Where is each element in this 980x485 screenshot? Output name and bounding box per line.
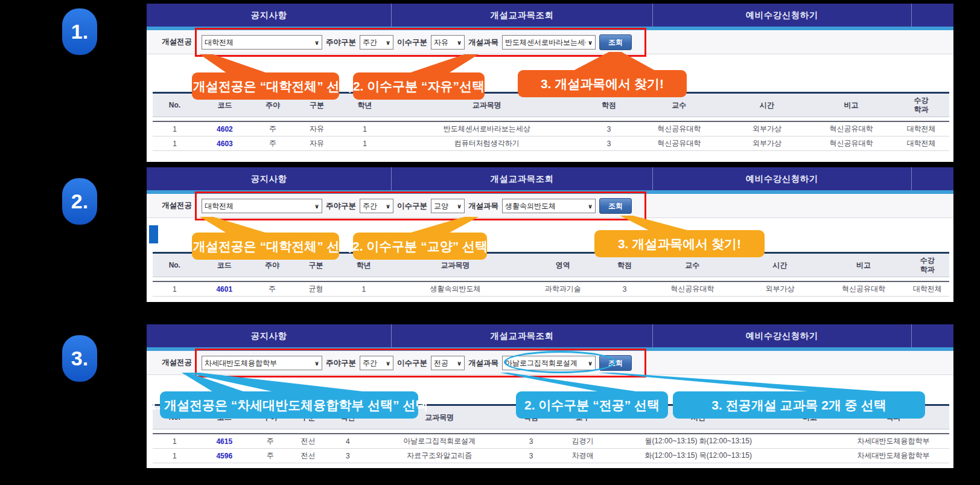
daynight-select[interactable]: 주간∨ xyxy=(360,356,393,370)
nav-stub xyxy=(911,324,953,347)
filter-label-major: 개설전공 xyxy=(162,351,192,374)
callout-tail xyxy=(407,54,479,73)
daynight-select-value: 주간 xyxy=(363,201,377,211)
callout-tail xyxy=(598,373,900,393)
search-button[interactable]: 조회 xyxy=(599,34,632,50)
course-code-link[interactable]: 4601 xyxy=(197,281,252,297)
course-type-select-value: 전공 xyxy=(434,358,448,368)
chevron-down-icon: ∨ xyxy=(457,203,462,210)
subject-select[interactable]: 아날로그집적회로설계∨ xyxy=(502,356,596,370)
chevron-down-icon: ∨ xyxy=(386,360,390,367)
portal-nav-bar: 공지사항개설교과목조회예비수강신청하기 xyxy=(147,324,953,347)
table-cell: 3 xyxy=(603,281,647,297)
table-cell: 자유 xyxy=(293,121,341,137)
table-cell: 1 xyxy=(153,121,197,137)
table-cell xyxy=(782,449,838,463)
search-button[interactable]: 조회 xyxy=(599,355,632,371)
chevron-down-icon: ∨ xyxy=(457,360,462,367)
daynight-select[interactable]: 주간∨ xyxy=(360,199,393,213)
table-cell: 생활속의반도체 xyxy=(387,281,523,297)
filter-label-subject: 개설과목 xyxy=(468,201,498,211)
table-row: 14603주자유1컴퓨터처럼생각하기3혁신공유대학외부가상혁신공유대학대학전체 xyxy=(153,137,949,151)
instruction-callout-2: 2. 이수구분 “전공” 선택 xyxy=(516,391,668,419)
chevron-down-icon: ∨ xyxy=(314,39,319,46)
daynight-select[interactable]: 주간∨ xyxy=(360,35,393,50)
course-code-link[interactable]: 4596 xyxy=(197,449,252,463)
table-row: 14596주전선3자료구조와알고리즘3차경애화(12:00~13:15) 목(1… xyxy=(153,449,949,463)
column-header: 비고 xyxy=(822,253,906,277)
nav-tab-2[interactable]: 개설교과목조회 xyxy=(391,4,652,27)
table-cell: 1 xyxy=(153,137,197,151)
course-search-panel-3: 공지사항개설교과목조회예비수강신청하기개설전공차세대반도체융합학부∨주야구분주간… xyxy=(147,324,953,468)
table-cell: 1 xyxy=(341,121,389,137)
chevron-down-icon: ∨ xyxy=(588,203,593,210)
table-cell: 외부가상 xyxy=(738,281,822,297)
table-cell: 혁신공유대학 xyxy=(822,281,906,297)
major-select[interactable]: 대학전체∨ xyxy=(202,35,322,50)
portal-nav-bar: 공지사항개설교과목조회예비수강신청하기 xyxy=(147,167,953,190)
table-cell: 외부가상 xyxy=(725,137,809,151)
column-header: 시간 xyxy=(725,93,809,117)
nav-tab-1[interactable]: 공지사항 xyxy=(147,4,391,27)
table-cell: 1 xyxy=(340,281,387,297)
table-cell: 반도체센서로바라보는세상 xyxy=(389,121,585,137)
nav-tab-1[interactable]: 공지사항 xyxy=(147,324,391,347)
nav-tab-1[interactable]: 공지사항 xyxy=(147,167,391,190)
instruction-callout-1: 1. 개설전공은 “대학전체” 선택 xyxy=(192,72,339,100)
table-cell: 컴퓨터처럼생각하기 xyxy=(389,137,585,151)
nav-tab-2[interactable]: 개설교과목조회 xyxy=(391,167,652,190)
course-result-table: No.코드주야구분학년교과목명학점교수시간비고수강 학과14602주자유1반도체… xyxy=(153,92,949,151)
course-type-select[interactable]: 자유∨ xyxy=(431,35,465,50)
chevron-down-icon: ∨ xyxy=(588,39,593,46)
table-cell: 1 xyxy=(341,137,389,151)
column-header: No. xyxy=(153,253,197,277)
nav-tab-3[interactable]: 예비수강신청하기 xyxy=(652,324,911,347)
table-cell: 혁신공유대학 xyxy=(646,281,738,297)
course-type-select-value: 교양 xyxy=(434,201,448,211)
table-cell: 1 xyxy=(153,449,197,463)
major-select[interactable]: 차세대반도체융합학부∨ xyxy=(202,356,322,370)
subject-select[interactable]: 반도체센서로바라보는세상∨ xyxy=(502,35,596,50)
filter-label-course-type: 이수구분 xyxy=(397,37,427,48)
table-cell: 아날로그집적회로설계 xyxy=(368,434,511,449)
nav-tab-3[interactable]: 예비수강신청하기 xyxy=(652,167,911,190)
table-cell: 4 xyxy=(328,434,368,449)
nav-tab-3[interactable]: 예비수강신청하기 xyxy=(652,4,911,27)
chevron-down-icon: ∨ xyxy=(386,203,390,210)
course-code-link[interactable]: 4615 xyxy=(197,434,252,449)
filter-label-major: 개설전공 xyxy=(162,30,192,54)
filter-label-daynight: 주야구분 xyxy=(326,201,356,211)
filter-highlight-box: 대학전체∨주야구분주간∨이수구분교양∨개설과목생활속의반도체∨조회 xyxy=(195,191,646,220)
search-button[interactable]: 조회 xyxy=(599,198,632,214)
chevron-down-icon: ∨ xyxy=(314,360,319,367)
major-select[interactable]: 대학전체∨ xyxy=(202,199,322,213)
table-cell: 주 xyxy=(252,449,288,463)
filter-label-course-type: 이수구분 xyxy=(397,358,427,368)
filter-label-course-type: 이수구분 xyxy=(397,201,427,211)
table-cell: 대학전체 xyxy=(905,281,949,297)
table-row: 14615주전선4아날로그집적회로설계3김경기월(12:00~13:15) 화(… xyxy=(153,434,949,449)
table-cell: 3 xyxy=(585,121,633,137)
course-type-select[interactable]: 교양∨ xyxy=(431,199,465,213)
chevron-down-icon: ∨ xyxy=(386,39,390,46)
course-code-link[interactable]: 4603 xyxy=(197,137,253,151)
nav-tab-2[interactable]: 개설교과목조회 xyxy=(391,324,652,347)
table-cell: 대학전체 xyxy=(893,137,949,151)
subject-select[interactable]: 생활속의반도체∨ xyxy=(502,199,596,213)
obscured-ui-fragment xyxy=(149,225,158,243)
table-cell xyxy=(782,434,838,449)
course-type-select[interactable]: 전공∨ xyxy=(431,356,465,370)
table-cell: 1 xyxy=(153,434,197,449)
table-cell: 혁신공유대학 xyxy=(633,121,725,137)
table-cell: 3 xyxy=(511,449,551,463)
column-header: 영역 xyxy=(523,253,603,277)
chevron-down-icon: ∨ xyxy=(588,360,593,367)
table-cell: 주 xyxy=(253,137,293,151)
course-code-link[interactable]: 4602 xyxy=(197,121,253,137)
subject-select-value: 반도체센서로바라보는세상 xyxy=(505,37,586,48)
column-header: 비고 xyxy=(809,93,893,117)
subject-select-value: 아날로그집적회로설계 xyxy=(505,358,578,368)
nav-stub xyxy=(911,4,953,27)
table-cell: 3 xyxy=(511,434,551,449)
filter-label-subject: 개설과목 xyxy=(468,37,498,48)
